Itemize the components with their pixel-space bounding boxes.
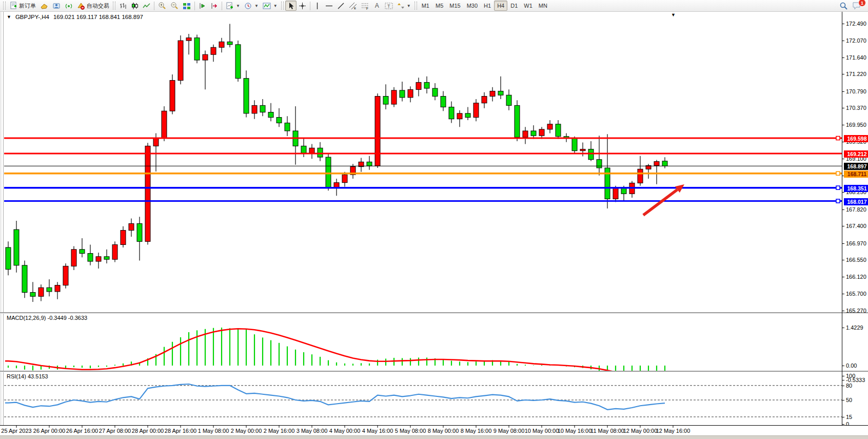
time-axis-label: 4 May 16:00 bbox=[362, 428, 393, 434]
zoom-out-button[interactable] bbox=[168, 1, 181, 11]
zoom-out-icon bbox=[170, 2, 179, 10]
bar-chart-icon bbox=[119, 2, 127, 10]
price-axis-label: 171.640 bbox=[846, 54, 866, 61]
bar-chart-mode-button[interactable] bbox=[117, 1, 129, 11]
new-chart-button[interactable]: ▼ bbox=[224, 1, 242, 11]
signal-button[interactable] bbox=[63, 1, 75, 11]
price-tag: 168.017 bbox=[844, 198, 868, 205]
text-tool-button[interactable]: A bbox=[371, 1, 383, 11]
svg-text:F: F bbox=[366, 6, 368, 10]
price-tick bbox=[842, 311, 844, 311]
toolbar-grip[interactable] bbox=[415, 2, 417, 10]
panel-separator[interactable] bbox=[0, 371, 868, 372]
text-label-tool-button[interactable]: T bbox=[383, 1, 395, 11]
timeframe-m15-button[interactable]: M15 bbox=[446, 1, 463, 11]
timeframe-w1-button[interactable]: W1 bbox=[521, 1, 536, 11]
price-axis-label: 167.820 bbox=[846, 206, 866, 213]
timeframe-mn-button[interactable]: MN bbox=[536, 1, 550, 11]
zoom-in-button[interactable] bbox=[156, 1, 168, 11]
rsi-tick bbox=[842, 417, 844, 417]
price-tick bbox=[842, 41, 844, 41]
price-axis-label: 165.270 bbox=[846, 308, 866, 314]
rsi-axis-label: 100 bbox=[846, 373, 855, 379]
price-tick bbox=[842, 192, 844, 193]
price-axis-label: 169.950 bbox=[846, 122, 866, 128]
rsi-tick bbox=[842, 424, 844, 425]
trendline-tool-button[interactable] bbox=[335, 1, 347, 11]
crosshair-tool-button[interactable] bbox=[297, 1, 308, 11]
new-order-button[interactable]: 新订单 bbox=[7, 1, 38, 11]
text-label-icon: T bbox=[385, 2, 393, 10]
search-button[interactable] bbox=[837, 1, 850, 11]
auto-trading-label: 自动交易 bbox=[87, 2, 109, 10]
main-toolbar: 新订单 自动交易 ▼ ▼ bbox=[0, 0, 868, 12]
toolbar-grip[interactable] bbox=[281, 2, 284, 10]
arrows-tool-button[interactable]: ▼ bbox=[395, 1, 413, 11]
time-axis-label: 25 Apr 2023 bbox=[1, 428, 31, 434]
timeframe-m5-button[interactable]: M5 bbox=[432, 1, 446, 11]
rsi-tick bbox=[842, 386, 844, 386]
time-axis-label: 4 May 00:00 bbox=[329, 428, 361, 434]
horizontal-line-icon bbox=[325, 3, 333, 9]
time-axis-label: 3 May 08:00 bbox=[297, 428, 328, 434]
price-axis-label: 166.550 bbox=[846, 257, 866, 263]
new-chart-icon bbox=[226, 2, 234, 10]
notification-badge: 1 bbox=[858, 0, 866, 7]
time-axis-label: 27 Apr 08:00 bbox=[99, 428, 131, 434]
notifications-button[interactable]: 1 bbox=[850, 1, 863, 11]
timeframe-h1-button[interactable]: H1 bbox=[481, 1, 494, 11]
periods-button[interactable]: ▼ bbox=[242, 1, 261, 11]
tile-windows-button[interactable] bbox=[181, 1, 193, 11]
horizontal-line-tool-button[interactable] bbox=[323, 1, 335, 11]
arrows-icon bbox=[397, 2, 405, 10]
line-chart-icon bbox=[143, 2, 150, 10]
rsi-axis-label: 50 bbox=[846, 397, 852, 403]
toolbar-grip[interactable] bbox=[113, 2, 115, 10]
new-order-icon bbox=[9, 2, 17, 10]
window-bottom-edge bbox=[0, 435, 868, 439]
rsi-tick bbox=[842, 376, 844, 376]
timeframe-m30-button[interactable]: M30 bbox=[464, 1, 481, 11]
timeframe-d1-button[interactable]: D1 bbox=[507, 1, 521, 11]
time-axis-label: 10 May 00:00 bbox=[525, 428, 559, 434]
price-chart-panel[interactable] bbox=[4, 12, 842, 313]
price-tag: 168.897 bbox=[844, 163, 868, 170]
rsi-axis-label: 80 bbox=[846, 383, 852, 389]
candlestick-mode-button[interactable] bbox=[129, 1, 141, 11]
chevron-down-icon: ▼ bbox=[254, 4, 259, 8]
chevron-down-icon: ▼ bbox=[236, 4, 240, 8]
timeframe-m1-button[interactable]: M1 bbox=[419, 1, 432, 11]
market-watch-button[interactable] bbox=[50, 1, 63, 11]
rsi-label: RSI(14) 43.5153 bbox=[7, 373, 48, 379]
line-chart-mode-button[interactable] bbox=[141, 1, 152, 11]
svg-text:E: E bbox=[354, 7, 356, 10]
history-center-button[interactable] bbox=[38, 1, 50, 11]
crosshair-icon bbox=[299, 2, 306, 10]
trendline-icon bbox=[337, 2, 345, 10]
fibonacci-tool-button[interactable]: F bbox=[359, 1, 371, 11]
auto-scroll-button[interactable] bbox=[196, 1, 208, 11]
svg-text:T: T bbox=[387, 4, 390, 9]
macd-panel[interactable] bbox=[4, 314, 842, 371]
price-axis-label: 166.120 bbox=[846, 274, 866, 280]
price-tick bbox=[842, 91, 844, 92]
chart-shift-button[interactable] bbox=[208, 1, 220, 11]
time-axis-label: 11 May 08:00 bbox=[590, 428, 624, 434]
time-axis-label: 8 May 16:00 bbox=[461, 428, 492, 434]
panel-separator[interactable] bbox=[0, 312, 868, 314]
time-axis-label: 12 May 16:00 bbox=[656, 428, 691, 434]
time-axis-label: 26 Apr 16:00 bbox=[66, 428, 98, 434]
auto-trading-button[interactable]: 自动交易 bbox=[75, 1, 111, 11]
clock-icon bbox=[244, 2, 252, 10]
vertical-line-tool-button[interactable] bbox=[312, 1, 323, 11]
toolbar-grip[interactable] bbox=[3, 2, 6, 10]
chevron-down-icon: ▼ bbox=[407, 4, 411, 8]
macd-axis-label: 0.00 bbox=[846, 362, 857, 369]
rsi-panel[interactable] bbox=[4, 372, 842, 425]
timeframe-h4-button[interactable]: H4 bbox=[494, 1, 507, 11]
indicators-button[interactable]: ▼ bbox=[261, 1, 280, 11]
price-tick bbox=[842, 277, 844, 277]
channel-tool-button[interactable]: E bbox=[347, 1, 359, 11]
cursor-tool-button[interactable] bbox=[285, 1, 297, 11]
time-axis[interactable]: 25 Apr 202326 Apr 00:0026 Apr 16:0027 Ap… bbox=[0, 425, 868, 436]
